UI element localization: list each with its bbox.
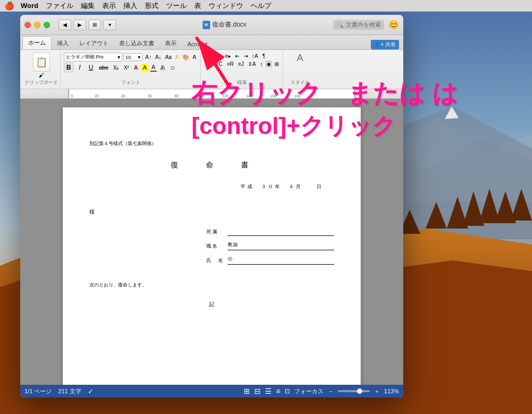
focus-icon[interactable]: ⊡	[285, 387, 290, 395]
more-button[interactable]: ▾	[103, 20, 116, 30]
menubar-view[interactable]: 表示	[102, 1, 116, 11]
show-marks-button[interactable]: ¶	[261, 53, 267, 60]
file-icon: W	[203, 21, 210, 29]
close-button[interactable]	[24, 22, 31, 28]
focus-label: フォーカス	[294, 387, 323, 395]
font-size-dropdown[interactable]: 10 ▾	[123, 53, 143, 61]
style-group: A スタイル	[284, 52, 316, 87]
field-label-name: 氏 名	[206, 256, 228, 265]
status-bar: 1/1 ページ 211 文字 ✓ ⊞ ⊟ ☰ ≡ ⊡ フォーカス － ＋ 113…	[20, 385, 403, 398]
tab-home[interactable]: ホーム	[22, 36, 52, 49]
smiley-icon[interactable]: 😊	[388, 20, 399, 30]
doc-field-name: 氏 名 ㊞	[206, 255, 334, 265]
view-read-icon[interactable]: ≡	[276, 387, 280, 395]
doc-date: 平成 ３０年 ４月 日	[89, 182, 334, 191]
decrease-font-button[interactable]: A↓	[154, 54, 163, 61]
zoom-minus-button[interactable]: －	[328, 387, 334, 395]
tab-mailings[interactable]: 差し込み文書	[114, 37, 160, 49]
format-painter-button[interactable]: 🖌	[39, 72, 44, 78]
underline-button[interactable]: U	[86, 63, 96, 72]
menubar-tools[interactable]: ツール	[166, 1, 187, 11]
sort-button[interactable]: ↕A	[251, 53, 260, 60]
style-label: スタイル	[290, 78, 310, 86]
list-buttons: ≡• ≡1 ≡▸ ⇤ ⇥ ↕A ¶	[204, 53, 280, 60]
page-count: 1/1 ページ	[24, 387, 52, 395]
bullet-list-button[interactable]: ≡•	[204, 53, 212, 60]
bold-button[interactable]: B	[64, 63, 73, 72]
tab-view[interactable]: 表示	[160, 37, 182, 49]
subscript-button[interactable]: X₂	[112, 64, 121, 71]
circle-button[interactable]: ○	[169, 63, 176, 72]
share-button[interactable]: 👤+ 共有	[371, 40, 399, 49]
superscript-button[interactable]: X²	[122, 64, 130, 71]
multilevel-list-button[interactable]: ≡▸	[223, 53, 232, 60]
font-color2-button[interactable]: A	[150, 63, 157, 72]
doc-header-note: 別記第４号様式（第七条関係）	[89, 139, 334, 148]
text-color-button[interactable]: A	[132, 64, 139, 71]
layout-button[interactable]: ⊞	[88, 20, 101, 30]
paste-button[interactable]: 📋	[33, 53, 50, 72]
menubar-help[interactable]: ヘルプ	[251, 1, 271, 11]
menubar-window[interactable]: ウィンドウ	[209, 1, 243, 11]
minimize-button[interactable]	[34, 22, 40, 28]
doc-field-title: 職名 教諭	[206, 240, 334, 250]
doc-addressee: 様	[89, 207, 334, 217]
tab-layout[interactable]: レイアウト	[74, 37, 114, 49]
menubar-edit[interactable]: 編集	[81, 1, 95, 11]
vertical-text-button[interactable]: ⇕A	[246, 61, 257, 67]
menubar-word[interactable]: Word	[21, 2, 38, 10]
menubar-table[interactable]: 表	[194, 1, 201, 11]
paragraph-group: ≡• ≡1 ≡▸ ⇤ ⇥ ↕A ¶ ≡L ≡C ≡R ≡J ⇕A ↕	[202, 52, 283, 87]
proofing-icon[interactable]: ✓	[88, 387, 94, 395]
shading-button[interactable]: ■	[265, 61, 272, 67]
zoom-plus-button[interactable]: ＋	[374, 387, 380, 395]
zoom-thumb[interactable]	[357, 388, 362, 394]
numbered-list-button[interactable]: ≡1	[213, 53, 222, 60]
zoom-slider[interactable]	[338, 390, 370, 392]
change-case-button[interactable]: Aa	[163, 54, 173, 61]
doc-right-block: 所属 職名 教諭 氏 名 ㊞	[206, 227, 334, 265]
apple-menu[interactable]: 🍎	[4, 1, 14, 11]
view-normal-icon[interactable]: ⊞	[244, 387, 250, 395]
justify-button[interactable]: ≡J	[236, 61, 245, 67]
doc-record: 記	[89, 300, 334, 309]
menubar-file[interactable]: ファイル	[46, 1, 73, 11]
field-label-title: 職名	[206, 242, 228, 250]
search-bar[interactable]: 🔍 文書内を検索	[333, 20, 384, 30]
highlight-button[interactable]: A	[174, 54, 181, 61]
maximize-button[interactable]	[44, 22, 50, 28]
ruby-button[interactable]: あ	[159, 63, 167, 72]
ribbon: ホーム 挿入 レイアウト 差し込み文書 表示 Acrobat 👤+ 共有 📋 🖌…	[20, 35, 403, 89]
paste-area: 📋 🖌	[33, 53, 50, 78]
border-button[interactable]: ⊞	[273, 61, 280, 67]
paragraph-label: 段落	[237, 78, 247, 86]
page-scroll[interactable]: 別記第４号様式（第七条関係） 復 命 書 平成 ３０年 ４月 日 様 所属 職名…	[20, 99, 403, 385]
tab-insert[interactable]: 挿入	[52, 37, 74, 49]
strikethrough-button[interactable]: abc	[97, 64, 110, 71]
forward-button[interactable]: ▶	[73, 20, 86, 30]
doc-field-affiliation: 所属	[206, 227, 334, 236]
increase-font-button[interactable]: A↑	[144, 54, 153, 61]
font-name-dropdown[interactable]: ヒラギノ明朝 Pro ▾	[64, 53, 122, 62]
tab-acrobat[interactable]: Acrobat	[182, 39, 213, 49]
menubar-format[interactable]: 形式	[145, 1, 159, 11]
view-outline-icon[interactable]: ☰	[265, 387, 272, 395]
clear-format-button[interactable]: A	[191, 54, 198, 61]
clipboard-label: クリップボード	[24, 78, 58, 86]
decrease-indent-button[interactable]: ⇤	[234, 53, 241, 60]
line-spacing-button[interactable]: ↕	[259, 61, 264, 67]
increase-indent-button[interactable]: ⇥	[242, 53, 250, 60]
align-left-button[interactable]: ≡L	[204, 61, 213, 67]
back-button[interactable]: ◀	[59, 20, 71, 30]
field-value-affiliation	[228, 234, 334, 236]
text-highlight-button[interactable]: A	[141, 64, 148, 71]
font-group: ヒラギノ明朝 Pro ▾ 10 ▾ A↑ A↓ Aa A 🎨	[62, 52, 201, 87]
align-right-button[interactable]: ≡R	[225, 61, 235, 67]
italic-button[interactable]: I	[75, 63, 85, 72]
align-center-button[interactable]: ≡C	[214, 61, 224, 67]
font-color-icon: 🎨	[181, 54, 190, 61]
doc-title: 復 命 書	[89, 158, 334, 172]
field-value-name: ㊞	[228, 255, 334, 265]
menubar-insert[interactable]: 挿入	[123, 1, 137, 11]
view-web-icon[interactable]: ⊟	[254, 387, 261, 395]
